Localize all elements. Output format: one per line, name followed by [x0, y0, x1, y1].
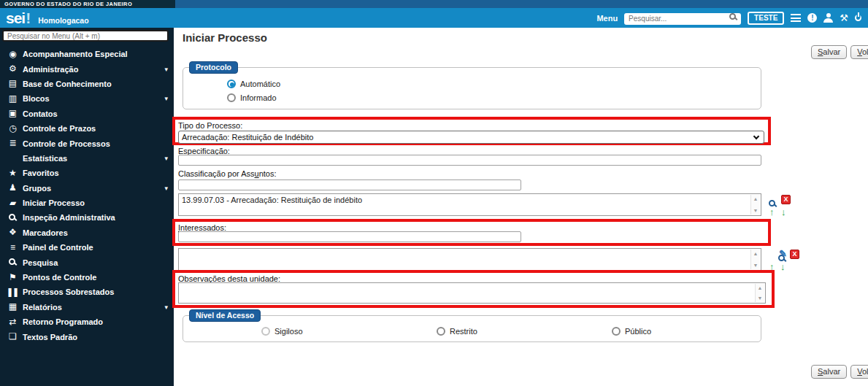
observacoes-scrollbar[interactable]: ▲ ▼ — [755, 284, 764, 302]
sidebar-item-label: Iniciar Processo — [23, 198, 85, 207]
nivel-option-sigiloso[interactable]: Sigiloso — [261, 324, 303, 337]
classificacao-label: Classificação por Assuntos: — [178, 169, 277, 178]
search-icon — [9, 258, 15, 265]
bottom-button-group: Salvar Voltar — [811, 365, 868, 379]
sidebar-item-administracao[interactable]: ⚙Administração▾ — [0, 61, 174, 76]
chevron-down-icon: ▾ — [164, 66, 168, 73]
sidebar: ◉Acompanhamento Especial⚙Administração▾▤… — [0, 28, 174, 386]
sidebar-item-base-de-conhecimento[interactable]: ▤Base de Conhecimento — [0, 77, 174, 91]
scroll-up-icon[interactable]: ▲ — [753, 251, 758, 256]
sidebar-search-input[interactable] — [2, 30, 169, 42]
back-button[interactable]: Voltar — [850, 45, 868, 59]
interessados-edit-icon[interactable]: ✎ — [779, 249, 787, 258]
protocolo-legend: Protocolo — [189, 61, 238, 74]
sidebar-item-favoritos[interactable]: ★Favoritos — [0, 166, 174, 180]
radio-informado-label: Informado — [240, 93, 277, 102]
sidebar-item-acompanhamento-especial[interactable]: ◉Acompanhamento Especial — [0, 47, 174, 61]
radio-restrito-label: Restrito — [450, 327, 477, 336]
especificacao-input[interactable] — [178, 155, 761, 166]
scroll-down-icon[interactable]: ▼ — [758, 296, 763, 301]
radio-sigiloso[interactable] — [261, 327, 270, 336]
header-right: Menu TESTE ! ⚒ — [596, 11, 868, 25]
sidebar-item-label: Controle de Processos — [23, 139, 110, 148]
scroll-up-icon[interactable]: ▲ — [758, 285, 763, 290]
interessados-scrollbar[interactable]: ▲ ▼ — [750, 250, 760, 269]
sidebar-item-controle-de-prazos[interactable]: ◷Controle de Prazos — [0, 121, 174, 136]
sidebar-item-label: Contatos — [23, 109, 58, 118]
classificacao-remove-icon[interactable]: X — [781, 195, 791, 204]
sidebar-item-retorno-programado[interactable]: ⇄Retorno Programado — [0, 314, 174, 329]
sidebar-item-estatisticas[interactable]: Estatísticas▾ — [0, 151, 174, 166]
sidebar-item-label: Retorno Programado — [23, 317, 103, 326]
sidebar-item-processos-sobrestados[interactable]: ❚❚Processos Sobrestados — [0, 285, 174, 299]
interessados-listbox[interactable]: ▲ ▼ — [178, 248, 761, 271]
protocolo-option-informado[interactable]: Informado — [227, 90, 277, 104]
sidebar-item-pontos-de-controle[interactable]: ⚑Pontos de Controle — [0, 270, 174, 285]
interessados-remove-icon[interactable]: X — [790, 250, 799, 259]
header-search-input[interactable] — [624, 13, 741, 25]
sidebar-item-contatos[interactable]: ▣Contatos — [0, 107, 174, 121]
tag-icon: ❖ — [6, 228, 18, 237]
sidebar-item-grupos[interactable]: ♟Grupos▾ — [0, 181, 174, 196]
sidebar-item-iniciar-processo[interactable]: ▰Iniciar Processo — [0, 196, 174, 210]
sei-logo-bang: ! — [26, 9, 31, 27]
radio-restrito[interactable] — [437, 327, 445, 336]
classificacao-list-item[interactable]: 13.99.07.03 - Arrecadação: Restituição d… — [179, 194, 761, 206]
classificacao-move-down-icon[interactable]: ↓ — [781, 207, 786, 217]
nivel-option-restrito[interactable]: Restrito — [437, 324, 477, 337]
tipo-processo-label: Tipo do Processo: — [178, 121, 242, 130]
star-icon: ★ — [6, 169, 18, 178]
header: sei ! Homologacao Menu TESTE ! ⚒ — [0, 8, 868, 28]
back-button-label: oltar — [862, 367, 868, 376]
classificacao-input[interactable] — [178, 180, 521, 190]
interessados-move-down-icon[interactable]: ↓ — [780, 262, 786, 271]
radio-informado[interactable] — [227, 93, 236, 102]
classificacao-search-icon[interactable] — [769, 200, 775, 206]
sidebar-item-painel-de-controle[interactable]: ≡Painel de Controle — [0, 240, 174, 255]
scroll-down-icon[interactable]: ▼ — [753, 263, 758, 268]
radio-automatico[interactable] — [227, 80, 236, 88]
nivel-option-publico[interactable]: Público — [612, 324, 651, 337]
menu-toggle[interactable]: Menu — [596, 14, 618, 23]
classificacao-scrollbar[interactable]: ▲ ▼ — [750, 195, 760, 215]
back-button-bottom[interactable]: Voltar — [850, 365, 868, 379]
sidebar-item-controle-de-processos[interactable]: ≣Controle de Processos — [0, 136, 174, 150]
sidebar-item-blocos[interactable]: ▥Blocos▾ — [0, 91, 174, 106]
classificacao-move-up-icon[interactable]: ↑ — [769, 207, 775, 217]
search-icon[interactable] — [729, 13, 736, 20]
clock-icon: ◷ — [6, 124, 18, 134]
process-list-icon: ≣ — [6, 139, 18, 148]
sidebar-item-label: Controle de Prazos — [23, 124, 96, 133]
radio-automatico-label: Automático — [240, 80, 280, 88]
user-icon[interactable] — [823, 13, 833, 23]
scroll-down-icon[interactable]: ▼ — [753, 208, 758, 213]
interessados-input[interactable] — [178, 231, 521, 242]
sidebar-item-label: Marcadores — [23, 228, 68, 237]
sidebar-item-textos-padrao[interactable]: ❏Textos Padrão — [0, 329, 174, 344]
chevron-down-icon: ▾ — [164, 185, 168, 192]
classificacao-listbox[interactable]: 13.99.07.03 - Arrecadação: Restituição d… — [178, 193, 761, 216]
sei-app: GOVERNO DO ESTADO DO RIO DE JANEIRO sei … — [0, 0, 868, 386]
sidebar-item-pesquisa[interactable]: Pesquisa — [0, 255, 174, 269]
observacoes-textarea[interactable]: ▲ ▼ — [178, 282, 766, 304]
sidebar-item-inspecao-administrativa[interactable]: Inspeção Administrativa — [0, 210, 174, 225]
flag-icon: ⚑ — [6, 273, 18, 282]
protocolo-option-automatico[interactable]: Automático — [227, 77, 280, 90]
scroll-up-icon[interactable]: ▲ — [753, 196, 758, 201]
teste-button[interactable]: TESTE — [748, 12, 784, 25]
nivel-acesso-fieldset: Nível de Acesso Sigiloso Restrito Públic… — [183, 315, 761, 342]
tipo-processo-select[interactable]: Arrecadação: Restituição de Indébito — [178, 131, 764, 144]
sidebar-item-marcadores[interactable]: ❖Marcadores — [0, 225, 174, 240]
sidebar-item-label: Inspeção Administrativa — [23, 213, 115, 222]
control-panel-icon[interactable] — [791, 14, 801, 22]
document-icon: ❏ — [6, 332, 18, 341]
back-button-label: oltar — [862, 47, 868, 56]
save-button-bottom[interactable]: Salvar — [811, 365, 847, 379]
power-icon[interactable] — [855, 15, 861, 21]
tools-icon[interactable]: ⚒ — [840, 13, 848, 23]
eye-icon: ◉ — [6, 50, 18, 59]
save-button[interactable]: Salvar — [811, 45, 847, 59]
sidebar-item-relatorios[interactable]: ▦Relatórios▾ — [0, 300, 174, 314]
alert-badge-icon[interactable]: ! — [807, 13, 817, 23]
radio-publico[interactable] — [612, 327, 621, 336]
